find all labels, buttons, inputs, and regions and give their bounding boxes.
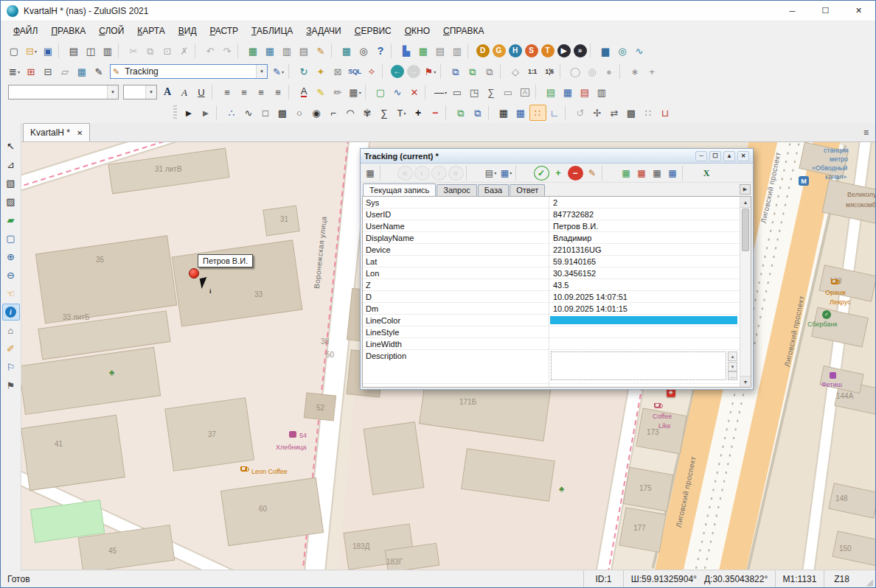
text-draw-button[interactable]: T▾ [393,105,410,121]
sum-field-button[interactable]: ∑ [483,84,500,100]
first-record-button[interactable]: « [397,166,413,181]
table-open-button[interactable]: ▦ [262,43,279,59]
print-preview-button[interactable]: ◫ [83,43,100,59]
close-button[interactable]: ✕ [737,151,749,161]
property-row[interactable]: Dm10.09.2025 14:01:15 [363,303,740,315]
table-style-button[interactable]: ▦▾ [347,84,364,100]
layer-style-button[interactable]: ✎▾ [270,63,287,80]
find-on-map-button[interactable]: ◎ [355,43,372,59]
object-search-tool[interactable]: ⌂ [2,322,20,339]
menu-window[interactable]: ОКНО [398,23,437,39]
chevron-down-icon[interactable]: ▾ [256,65,267,78]
keys-button[interactable]: ✦ [313,63,330,80]
select-tool-button[interactable]: ► [181,105,198,121]
font-color-button[interactable]: A [296,84,313,100]
delete-record-button[interactable]: − [568,166,583,181]
redo-button[interactable]: ↷ [219,43,236,59]
info-tool[interactable]: i [2,304,20,321]
spin-up-icon[interactable]: ▲ [728,351,737,361]
help-button[interactable]: ? [372,43,389,59]
print-button[interactable]: ▤ [66,43,83,59]
report-table-button[interactable]: ▤ [432,43,449,59]
circle-g-button[interactable]: G [493,44,506,57]
tab-current-record[interactable]: Текущая запись [363,183,436,196]
topology-button[interactable]: ∴ [223,105,240,121]
table-edit-button[interactable]: ✎ [313,43,330,59]
menu-layer[interactable]: СЛОЙ [92,23,131,39]
flag-tool[interactable]: ⚐ [2,359,20,376]
circle-draw-button[interactable]: ○ [291,105,308,121]
fill-dark-button[interactable]: ▩ [623,105,640,121]
collapse-button[interactable]: ▲ [723,151,735,161]
grid-report-button[interactable]: ▥ [449,43,466,59]
rotate-button[interactable]: ↺ [572,105,589,121]
line-color-swatch[interactable] [550,316,737,324]
row-table-button[interactable]: ▦ [665,166,681,181]
label-delete-button[interactable]: ✕ [406,84,423,100]
property-row[interactable]: Z43.5 [363,279,740,291]
ellipse-fill-button[interactable]: ● [601,63,618,80]
table-view-button[interactable]: ▦▾ [498,166,514,181]
rect-select-tool[interactable]: ▧ [2,175,20,192]
layer-move-button[interactable]: ⧉ [470,105,487,121]
stat-table-button[interactable]: ▦ [415,43,432,59]
blob-draw-button[interactable]: ✾ [359,105,376,121]
property-row-img[interactable]: Img [363,384,740,388]
node-select-tool[interactable]: ⊿ [2,156,20,173]
copy-map-button[interactable]: ⧉ [448,63,465,80]
text-box-button[interactable]: A [517,84,534,100]
play-button[interactable]: ▶ [557,44,571,57]
refresh-button[interactable]: ↻ [296,63,313,80]
plus-draw-button[interactable]: + [410,105,427,121]
circle-h-button[interactable]: H [509,44,522,57]
ellipse-arc-button[interactable]: ◎ [584,63,601,80]
page-setup-button[interactable]: ▥ [100,43,117,59]
scroll-up-icon[interactable]: ▲ [740,197,751,208]
scatter-button[interactable]: ∷ [640,105,657,121]
tracking-title-bar[interactable]: Tracking (current) * ─ ☐ ▲ ✕ [361,149,753,164]
font-size-combo[interactable]: ▾ [123,85,157,99]
font-combo[interactable]: ▾ [8,85,119,99]
delete-button[interactable]: ✗ [176,43,193,59]
histogram-button[interactable]: ▆ [597,43,614,59]
pencil-button[interactable]: ✏ [330,84,347,100]
property-row[interactable]: UserID847732682 [363,209,740,220]
arc-draw-button[interactable]: ◠ [342,105,359,121]
bold-button[interactable]: A [159,84,176,100]
commit-button[interactable]: ✓ [534,166,549,181]
menu-tasks[interactable]: ЗАДАЧИ [299,23,347,39]
sheet-table-button[interactable]: ▦ [560,84,577,100]
row-export-button[interactable]: ▦ [650,166,665,181]
prev-record-button[interactable]: ‹ [414,166,430,181]
sum-draw-button[interactable]: ∑ [376,105,393,121]
label-add-button[interactable]: ▢ [372,84,389,100]
resize-grip[interactable]: ◢ [859,570,875,587]
edit-record-button[interactable]: ✎ [585,166,600,181]
toolbar-grip[interactable] [173,105,177,120]
align-right-button[interactable]: ≡ [253,84,270,100]
minimize-button[interactable]: ─ [776,1,809,21]
tab-list-button[interactable]: ≡ [863,127,869,138]
menu-view[interactable]: ВИД [172,23,204,39]
layer-plus-button[interactable]: ⧉ [453,105,470,121]
scrollbar-thumb[interactable] [742,209,749,251]
row-add-button[interactable]: ▦ [619,166,634,181]
ellipsis-button[interactable]: … [728,371,737,380]
next-record-button[interactable]: › [431,166,447,181]
map-window-button[interactable]: ▦ [338,43,355,59]
marquee-tool[interactable]: ▢ [2,230,20,247]
key-access-button[interactable]: ✧ [364,63,380,80]
property-row[interactable]: Lat59.9140165 [363,256,740,267]
line-style-button[interactable]: —▾ [432,84,449,100]
line-red-button[interactable]: − [427,105,444,121]
grid-blue-button[interactable]: ▦ [512,105,529,121]
table-new-button[interactable]: ▦ [245,43,262,59]
align-left-button[interactable]: ≡ [219,84,236,100]
corner-draw-button[interactable]: ⌐ [325,105,342,121]
zoom-out-tool[interactable]: ⊖ [2,267,20,284]
property-row[interactable]: Sys2 [363,197,740,209]
property-row[interactable]: Device22101316UG [363,244,740,256]
move-all-button[interactable]: ✢ [589,105,606,121]
scroll-down-icon[interactable]: ▼ [740,376,751,387]
dots-snap-button[interactable]: ∷ [529,105,546,121]
